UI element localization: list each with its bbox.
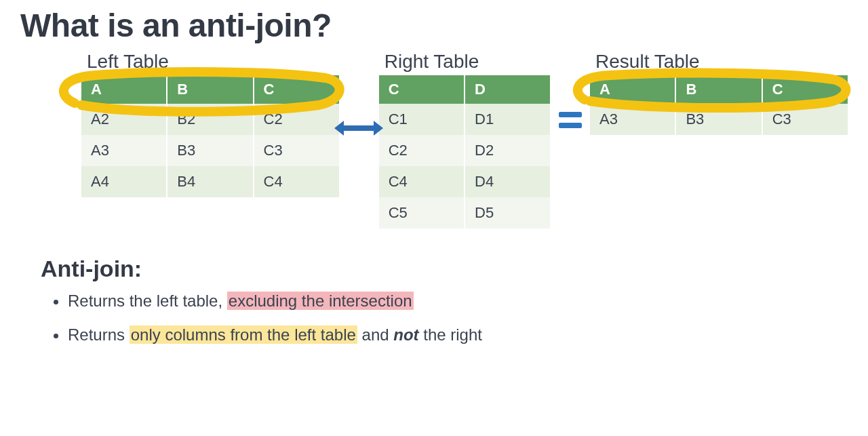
cell: B3 (675, 104, 762, 135)
result-table: A B C A3 B3 C3 (590, 75, 848, 135)
table-row: C4 D4 (379, 166, 551, 197)
highlight-yellow: only columns from the left table (130, 325, 357, 344)
result-table-caption: Result Table (595, 51, 848, 73)
text: the right (419, 325, 482, 344)
right-table-caption: Right Table (384, 51, 551, 73)
cell: D2 (465, 135, 550, 166)
right-col-C: C (379, 75, 465, 104)
equals-bar-icon (559, 112, 582, 117)
highlight-pink: excluding the intersection (227, 292, 414, 310)
notes-list: Returns the left table, excluding the in… (68, 290, 848, 346)
note-bullet-2: Returns only columns from the left table… (68, 324, 848, 346)
result-col-B: B (675, 75, 762, 104)
left-table-block: Left Table A B C A2 B2 C2 A3 B3 (81, 51, 339, 197)
table-row: C2 D2 (379, 135, 551, 166)
cell: C2 (254, 104, 339, 135)
cell: A2 (81, 104, 167, 135)
result-col-A: A (590, 75, 675, 104)
cell: A3 (81, 135, 167, 166)
cell: D4 (465, 166, 550, 197)
equals-sign (550, 51, 590, 128)
note-bullet-1: Returns the left table, excluding the in… (68, 290, 848, 312)
table-row: A4 B4 C4 (81, 166, 339, 197)
cell: C3 (762, 104, 848, 135)
slide: What is an anti-join? Left Table A B C A… (0, 0, 868, 436)
cell: C3 (254, 135, 339, 166)
cell: C2 (379, 135, 465, 166)
table-row: C1 D1 (379, 104, 551, 135)
table-row: C5 D5 (379, 197, 551, 229)
cell: A4 (81, 166, 167, 197)
join-arrow (339, 51, 379, 131)
page-title: What is an anti-join? (20, 7, 848, 44)
cell: B2 (167, 104, 253, 135)
right-col-D: D (465, 75, 550, 104)
cell: C5 (379, 197, 465, 229)
notes-heading: Anti-join: (41, 256, 848, 282)
left-col-A: A (81, 75, 167, 104)
right-table: C D C1 D1 C2 D2 C4 D4 (379, 75, 551, 229)
cell: B3 (167, 135, 253, 166)
cell: B4 (167, 166, 253, 197)
tables-row: Left Table A B C A2 B2 C2 A3 B3 (81, 51, 848, 229)
equals-bar-icon (559, 123, 582, 128)
left-col-C: C (254, 75, 339, 104)
cell: D5 (465, 197, 550, 229)
cell: C1 (379, 104, 465, 135)
left-table: A B C A2 B2 C2 A3 B3 C3 (81, 75, 339, 197)
result-col-C: C (762, 75, 848, 104)
emphasis: not (393, 325, 418, 344)
notes-section: Anti-join: Returns the left table, exclu… (41, 256, 848, 346)
result-table-block: Result Table A B C A3 B3 C3 (590, 51, 848, 135)
table-row: A3 B3 C3 (81, 135, 339, 166)
text: and (357, 325, 393, 344)
table-row: A3 B3 C3 (590, 104, 848, 135)
text: Returns (68, 325, 130, 344)
cell: C4 (379, 166, 465, 197)
left-table-caption: Left Table (87, 51, 339, 73)
cell: D1 (465, 104, 550, 135)
cell: C4 (254, 166, 339, 197)
cell: A3 (590, 104, 675, 135)
text: Returns the left table, (68, 292, 227, 310)
table-row: A2 B2 C2 (81, 104, 339, 135)
right-table-block: Right Table C D C1 D1 C2 D2 C4 (379, 51, 551, 229)
left-col-B: B (167, 75, 253, 104)
double-arrow-icon (342, 125, 375, 131)
